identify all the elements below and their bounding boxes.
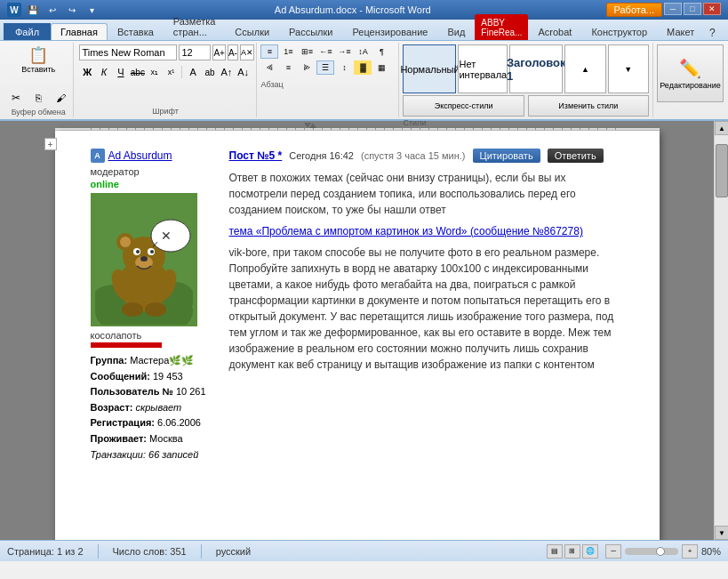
bold-btn[interactable]: Ж [79,64,95,80]
vertical-scrollbar[interactable]: ▲ ▼ [714,121,728,540]
quick-save-btn[interactable]: 💾 [25,3,41,17]
justify-btn[interactable]: ☰ [316,60,334,75]
reply-button[interactable]: Ответить [548,149,604,163]
cite-button[interactable]: Цитировать [473,149,540,163]
clear-format-btn[interactable]: A✕ [240,44,254,60]
quick-dropdown-btn[interactable]: ▾ [84,3,100,17]
post-content: Пост №5 * Сегодня 16:42 (спустя 3 часа 1… [229,149,624,462]
username-link[interactable]: Ad Absurdum [108,149,172,162]
quick-styles-label: Экспресс-стили [435,101,493,110]
format-painter-button[interactable]: 🖌 [50,90,71,106]
style-scroll-up[interactable]: ▲ [564,44,605,93]
scroll-thumb[interactable] [716,144,728,197]
tab-view[interactable]: Вид [437,23,475,40]
align-center-btn[interactable]: ≡ [279,60,297,75]
tab-acrobat[interactable]: Acrobat [528,23,581,40]
page-count: Страница: 1 из 2 [7,546,84,557]
tab-constructor[interactable]: Конструктор [581,23,657,40]
tab-home[interactable]: Главная [51,23,108,40]
subscript-btn[interactable]: x₁ [147,64,163,80]
post-time-paren: (спустя 3 часа 15 мин.) [361,150,466,161]
font-size-grow-btn[interactable]: A↑ [219,64,235,80]
line-spacing-btn[interactable]: ↕ [335,60,353,75]
view-web-btn[interactable]: 🌐 [582,544,598,559]
underline-btn[interactable]: Ч [113,64,129,80]
tab-mailings[interactable]: Рассылки [279,23,342,40]
help-btn[interactable]: ? [704,26,720,40]
editing-btn[interactable]: ✏️ Редактирование [657,44,724,102]
post-text-main: Ответ в похожих темах (сейчас они внизу … [229,170,624,218]
post-header: Пост №5 * Сегодня 16:42 (спустя 3 часа 1… [229,149,624,163]
borders-btn[interactable]: ▦ [372,60,390,75]
decrease-indent-btn[interactable]: ←≡ [316,44,334,59]
scroll-up-btn[interactable]: ▲ [715,121,728,135]
title-bar-controls: Работа... ─ □ ✕ [606,3,721,17]
scroll-track[interactable] [715,135,728,526]
forum-link[interactable]: тема «Проблема с импортом картинок из Wo… [229,225,583,237]
add-content-btn[interactable]: + [44,138,57,150]
italic-btn[interactable]: К [96,64,112,80]
tab-file[interactable]: Файл [4,23,51,40]
strikethrough-btn[interactable]: abc [130,64,146,80]
maximize-button[interactable]: □ [684,3,701,15]
font-size-down-btn[interactable]: A- [228,44,238,60]
align-left-btn[interactable]: ⫷ [260,60,278,75]
document-scroll[interactable]: + A Ad Absurdum модератор online [0,121,714,540]
style-scroll-down[interactable]: ▼ [608,44,649,93]
editing-icon: ✏️ [679,58,701,79]
font-size-up-btn[interactable]: A+ [212,44,226,60]
increase-indent-btn[interactable]: →≡ [335,44,353,59]
view-fullscreen-btn[interactable]: ⊞ [564,544,580,559]
quick-redo-btn[interactable]: ↪ [64,3,80,17]
title-bar-left: W 💾 ↩ ↪ ▾ [7,3,100,17]
style-no-spacing[interactable]: Нет интервала [458,44,508,93]
minimize-button[interactable]: ─ [664,3,682,15]
view-print-btn[interactable]: ▤ [547,544,563,559]
view-buttons: ▤ ⊞ 🌐 [547,544,598,559]
user-id: Пользователь № 10 261 [91,384,215,400]
work-button[interactable]: Работа... [606,3,662,17]
zoom-in-btn[interactable]: + [682,544,698,559]
word-icon: W [7,3,21,17]
shading-btn[interactable]: ▓ [354,60,372,75]
paste-button[interactable]: 📋 Вставить [16,44,60,89]
ribbon-tabs: Файл Главная Вставка Разметка стран... С… [0,20,728,41]
font-name-input[interactable] [79,44,177,60]
style-normal[interactable]: Нормальный [403,44,456,93]
multilevel-btn[interactable]: ⊞≡ [298,44,316,59]
tab-abbyy[interactable]: ABBY FineRea... [475,14,528,40]
cut-button[interactable]: ✂ [5,90,27,106]
font-size-input[interactable] [179,44,211,60]
tab-review[interactable]: Рецензирование [342,23,437,40]
post-number-link[interactable]: Пост №5 * [229,149,283,162]
superscript-btn[interactable]: x¹ [164,64,180,80]
bear-illustration: ✕ [95,196,193,325]
user-avatar: A [91,149,105,163]
quick-undo-btn[interactable]: ↩ [44,3,60,17]
tab-insert[interactable]: Вставка [108,23,164,40]
ribbon-group-paragraph: ≡ 1≡ ⊞≡ ←≡ →≡ ↕A ¶ ⫷ ≡ ⫸ ☰ ↕ ▓ ▦ Абзац [257,43,399,117]
font-color-btn[interactable]: A [185,64,201,80]
sort-btn[interactable]: ↕A [354,44,372,59]
zoom-out-btn[interactable]: ─ [605,544,621,559]
change-styles-btn[interactable]: Изменить стили [528,95,649,117]
quick-styles-btn[interactable]: Экспресс-стили [403,95,524,117]
tab-references[interactable]: Ссылки [225,23,279,40]
svg-text:✕: ✕ [161,229,172,243]
show-marks-btn[interactable]: ¶ [372,44,390,59]
copy-button[interactable]: ⎘ [28,90,49,106]
tab-page-layout[interactable]: Разметка стран... [164,12,226,40]
scroll-down-btn[interactable]: ▼ [715,526,728,540]
zoom-slider[interactable] [625,548,678,555]
style-heading1[interactable]: Заголовок 1 [509,44,563,93]
font-size-shrink-btn[interactable]: A↓ [236,64,252,80]
document-area: + A Ad Absurdum модератор online [0,121,728,540]
numbering-btn[interactable]: 1≡ [279,44,297,59]
close-button[interactable]: ✕ [703,3,721,15]
highlight-btn[interactable]: ab [202,64,218,80]
ribbon-collapse-btn[interactable]: ▴ [724,26,728,40]
paste-icon: 📋 [28,47,48,63]
tab-layout[interactable]: Макет [657,23,704,40]
bullets-btn[interactable]: ≡ [260,44,278,59]
align-right-btn[interactable]: ⫸ [298,60,316,75]
